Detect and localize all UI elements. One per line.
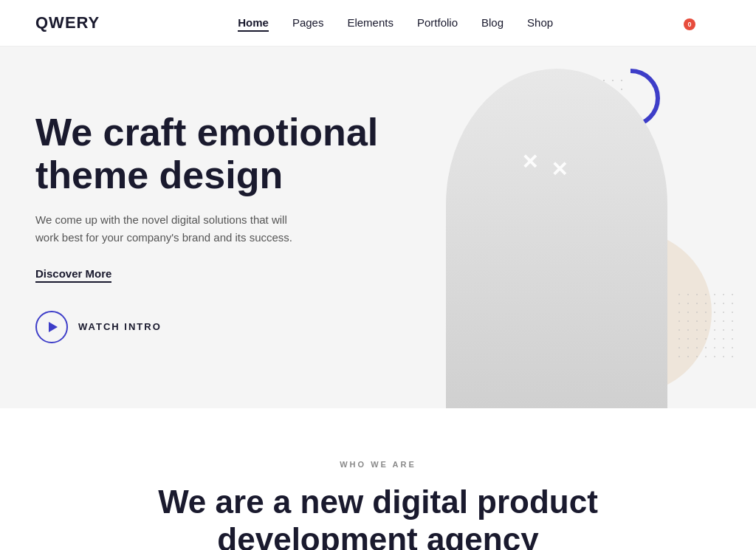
- nav-item-home[interactable]: Home: [238, 16, 269, 30]
- who-section: WHO WE ARE We are a new digital product …: [0, 408, 756, 550]
- nav-item-pages[interactable]: Pages: [292, 16, 324, 30]
- navbar: QWERY Home Pages Elements Portfolio Blog…: [0, 0, 756, 47]
- cross-mark-left: ✕: [521, 150, 538, 174]
- nav-item-shop[interactable]: Shop: [527, 16, 553, 30]
- dots-pattern-right: [675, 290, 734, 364]
- statue-silhouette: [446, 69, 667, 408]
- nav-item-portfolio[interactable]: Portfolio: [417, 16, 458, 30]
- brand-logo[interactable]: QWERY: [35, 13, 100, 32]
- section-title: We are a new digital product development…: [142, 484, 614, 550]
- play-button-circle: [35, 311, 68, 343]
- section-eyebrow: WHO WE ARE: [35, 460, 721, 469]
- hero-content: We craft emotional theme design We come …: [35, 111, 390, 343]
- cart-badge: 0: [684, 18, 695, 30]
- hero-subtitle: We come up with the novel digital soluti…: [35, 211, 301, 247]
- cross-mark-right: ✕: [551, 157, 568, 182]
- nav-item-blog[interactable]: Blog: [481, 16, 504, 30]
- statue-image: ✕ ✕: [431, 47, 682, 408]
- play-triangle-icon: [49, 322, 58, 332]
- nav-item-elements[interactable]: Elements: [347, 16, 394, 30]
- hero-section: We craft emotional theme design We come …: [0, 47, 756, 408]
- watch-intro-button[interactable]: WATCH INTRO: [35, 311, 162, 343]
- discover-more-link[interactable]: Discover More: [35, 267, 111, 283]
- hero-visual: ✕ ✕: [343, 47, 756, 408]
- nav-links: Home Pages Elements Portfolio Blog Shop: [238, 16, 553, 30]
- hero-title: We craft emotional theme design: [35, 111, 390, 196]
- watch-intro-label: WATCH INTRO: [78, 321, 162, 332]
